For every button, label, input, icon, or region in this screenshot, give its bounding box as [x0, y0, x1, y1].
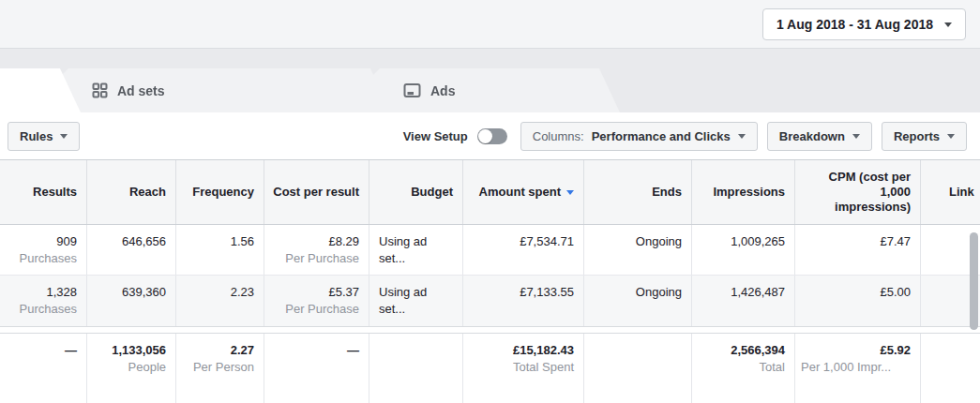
- sort-descending-icon: [566, 190, 574, 195]
- tab-ad-sets[interactable]: Ad sets: [60, 68, 391, 112]
- column-header-cost-per-result[interactable]: Cost per result: [264, 160, 369, 224]
- chevron-down-icon: [852, 134, 860, 139]
- columns-prefix-label: Columns:: [533, 129, 584, 143]
- tab-ads[interactable]: Ads: [371, 68, 620, 112]
- rules-button[interactable]: Rules: [8, 122, 80, 151]
- chevron-down-icon: [738, 134, 746, 139]
- chevron-down-icon: [944, 22, 952, 27]
- date-range-label: 1 Aug 2018 - 31 Aug 2018: [776, 17, 933, 32]
- column-header-link[interactable]: Link: [921, 160, 980, 224]
- table-row[interactable]: 1,328Purchases 639,360 2.23 £5.37Per Pur…: [0, 276, 980, 326]
- column-header-results[interactable]: Results: [0, 160, 87, 224]
- column-header-frequency[interactable]: Frequency: [176, 160, 264, 224]
- view-setup-toggle[interactable]: [477, 128, 507, 144]
- columns-value-label: Performance and Clicks: [592, 129, 731, 143]
- tab-ads-label: Ads: [430, 83, 455, 98]
- tab-ad-sets-label: Ad sets: [117, 83, 165, 98]
- column-header-impressions[interactable]: Impressions: [692, 160, 795, 224]
- view-setup-label: View Setup: [403, 129, 468, 143]
- column-header-budget[interactable]: Budget: [369, 160, 463, 224]
- table-body: 909Purchases 646,656 1.56 £8.29Per Purch…: [0, 225, 980, 327]
- top-bar: 1 Aug 2018 - 31 Aug 2018: [0, 0, 980, 49]
- ad-sets-grid-icon: [92, 82, 108, 98]
- breakdown-label: Breakdown: [779, 129, 845, 143]
- table-row[interactable]: 909Purchases 646,656 1.56 £8.29Per Purch…: [0, 225, 980, 276]
- toolbar: Rules View Setup Columns: Performance an…: [0, 112, 980, 159]
- rules-label: Rules: [20, 129, 53, 143]
- column-header-amount-spent[interactable]: Amount spent: [463, 160, 584, 224]
- date-range-button[interactable]: 1 Aug 2018 - 31 Aug 2018: [762, 8, 966, 40]
- reports-label: Reports: [894, 129, 940, 143]
- toggle-knob: [478, 129, 492, 143]
- columns-button[interactable]: Columns: Performance and Clicks: [520, 122, 758, 151]
- ads-manager-screen: 1 Aug 2018 - 31 Aug 2018 Ad sets Ads: [0, 0, 980, 403]
- table-header-row: Results Reach Frequency Cost per result …: [0, 159, 980, 225]
- column-header-reach[interactable]: Reach: [87, 160, 176, 224]
- totals-row: — 1,133,056People 2.27Per Person — £15,1…: [0, 333, 980, 403]
- chevron-down-icon: [60, 134, 68, 139]
- vertical-scrollbar[interactable]: [970, 232, 978, 330]
- reports-button[interactable]: Reports: [882, 122, 967, 151]
- column-header-ends[interactable]: Ends: [584, 160, 692, 224]
- tab-strip: Ad sets Ads: [0, 49, 980, 112]
- ads-card-icon: [403, 82, 421, 98]
- chevron-down-icon: [947, 134, 955, 139]
- column-header-cpm[interactable]: CPM (cost per 1,000 impressions): [795, 160, 921, 224]
- breakdown-button[interactable]: Breakdown: [767, 122, 872, 151]
